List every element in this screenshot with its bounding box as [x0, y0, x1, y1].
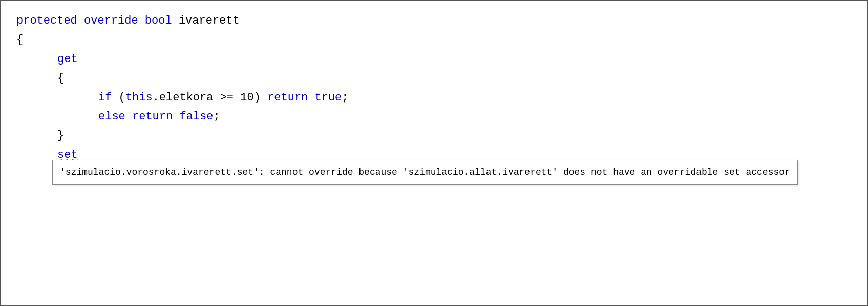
code-line-6: else return false; — [16, 107, 852, 126]
keyword-get: get — [57, 53, 78, 66]
code-content: protected override bool ivarerett { get … — [16, 11, 852, 184]
keyword-return-2: return — [132, 110, 173, 123]
keyword-true: true — [315, 91, 342, 104]
code-line-1: protected override bool ivarerett — [16, 11, 852, 30]
tooltip-wrapper: set'szimulacio.vorosroka.ivarerett.set':… — [57, 146, 78, 165]
brace-open-2: { — [57, 72, 64, 85]
code-line-7: } — [16, 126, 852, 145]
keyword-protected: protected — [16, 14, 77, 27]
error-tooltip: 'szimulacio.vorosroka.ivarerett.set': ca… — [52, 160, 798, 185]
keyword-this-1: this — [125, 91, 153, 104]
dot-eletkora: .eletkora — [153, 91, 214, 104]
keyword-false: false — [179, 110, 213, 123]
brace-open-1: { — [16, 33, 23, 46]
code-line-4: { — [16, 69, 852, 88]
brace-close-1: } — [57, 129, 64, 142]
code-line-2: { — [16, 30, 852, 49]
code-editor: protected override bool ivarerett { get … — [0, 0, 868, 306]
keyword-return-1: return — [267, 91, 308, 104]
code-line-5: if (this.eletkora >= 10) return true; — [16, 88, 852, 107]
keyword-bool: bool — [145, 14, 172, 27]
keyword-if: if — [98, 91, 112, 104]
keyword-override: override — [84, 14, 138, 27]
tooltip-message: 'szimulacio.vorosroka.ivarerett.set': ca… — [60, 167, 790, 177]
code-line-3: get — [16, 50, 852, 69]
identifier-ivarerett: ivarerett — [179, 14, 240, 27]
code-line-8: set'szimulacio.vorosroka.ivarerett.set':… — [16, 146, 852, 165]
keyword-else: else — [98, 110, 125, 123]
